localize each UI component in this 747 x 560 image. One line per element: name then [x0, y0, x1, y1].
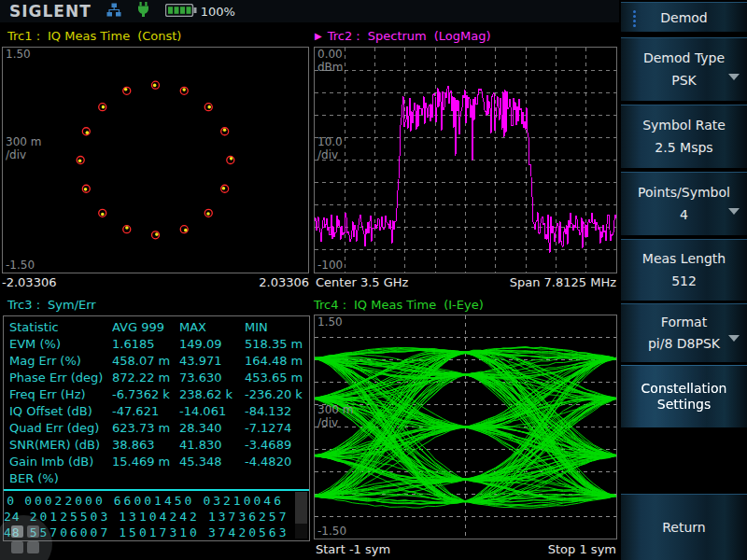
- button-demod-type[interactable]: Demod Type PSK: [621, 37, 747, 101]
- status-bar: SIGLENT: [0, 0, 619, 22]
- button-label: Constellation Settings: [632, 381, 737, 413]
- stat-cell: 1.6185: [112, 337, 179, 351]
- siglent-logo: SIGLENT: [9, 2, 92, 21]
- table-row: IQ Offset (dB)-47.621-14.061-84.132: [9, 402, 305, 419]
- trc1-id: Trc1 :: [7, 29, 40, 43]
- stat-cell: -7.1274: [245, 421, 305, 435]
- button-points-per-symbol[interactable]: Points/Symbol 4: [621, 172, 747, 235]
- lan-network-icon: [106, 3, 121, 21]
- trc4-ydivunit-label: /div: [317, 417, 338, 429]
- stat-cell: -3.4689: [245, 438, 305, 452]
- button-label: Points/Symbol: [638, 185, 730, 201]
- table-row: StatisticAVG 999MAXMIN: [9, 318, 305, 335]
- table-row: BER (%): [9, 469, 305, 486]
- stat-cell: 453.65 m: [245, 371, 305, 385]
- span-label: Span 7.8125 MHz: [510, 275, 616, 290]
- trc2-spectrum-plot: 0.00 dBm 10.0 /div -100: [314, 47, 617, 273]
- button-meas-length[interactable]: Meas Length 512: [621, 239, 747, 301]
- stat-cell: 41.830: [179, 438, 245, 452]
- stat-cell: 73.630: [179, 371, 245, 385]
- stat-cell: Mag Err (%): [9, 354, 112, 368]
- menu-title: Demod: [660, 10, 707, 25]
- nav-grid-icon: [11, 541, 23, 553]
- trc4-xaxis: Start -1 sym Stop 1 sym: [316, 542, 616, 557]
- stat-cell: BER (%): [9, 471, 112, 485]
- button-return[interactable]: Return: [621, 494, 747, 560]
- error-statistics-table: StatisticAVG 999MAXMINEVM (%)1.6185149.0…: [9, 318, 305, 486]
- table-row: Gain Imb (dB)15.469 m45.348-4.4820: [9, 453, 305, 469]
- center-frequency-label: Center 3.5 GHz: [316, 275, 408, 290]
- battery-percent: 100%: [201, 5, 235, 19]
- table-row: SNR(MER) (dB)38.86341.830-3.4689: [9, 436, 305, 453]
- button-label: Meas Length: [642, 251, 726, 267]
- menu-header-demod[interactable]: Demod: [621, 2, 747, 32]
- sidebar-menu: Demod Demod Type PSK Symbol Rate 2.5 Msp…: [619, 0, 747, 560]
- table-row: Phase Err (deg)872.22 m73.630453.65 m: [9, 369, 305, 385]
- scrollbar-thumb[interactable]: [295, 492, 307, 524]
- button-symbol-rate[interactable]: Symbol Rate 2.5 Msps: [621, 105, 747, 168]
- stat-cell: 149.09: [179, 337, 245, 351]
- trc2-mode: (LogMag): [434, 29, 491, 43]
- trc4-id: Trc4 :: [314, 298, 346, 312]
- stat-cell: 164.48 m: [245, 354, 305, 368]
- stat-cell: 623.73 m: [112, 421, 179, 435]
- stat-cell: IQ Offset (dB): [9, 404, 112, 418]
- table-divider: [4, 489, 309, 491]
- trc1-xaxis: -2.03306 2.03306: [2, 275, 309, 290]
- nav-grid-icon: [27, 541, 39, 553]
- symbol-table-scrollbar[interactable]: [295, 492, 307, 539]
- trc2-xaxis: Center 3.5 GHz Span 7.8125 MHz: [316, 275, 616, 290]
- battery-icon: [165, 3, 197, 21]
- nav-grid-icon: [27, 525, 39, 538]
- dropdown-arrow-icon: [728, 74, 740, 80]
- stat-cell: 38.863: [112, 438, 179, 452]
- trc1-title[interactable]: Trc1 : IQ Meas Time (Const): [7, 28, 181, 43]
- stat-cell: Gain Imb (dB): [9, 455, 112, 469]
- stat-cell: 872.22 m: [112, 371, 179, 385]
- trc2-id: Trc2 :: [328, 29, 360, 43]
- trc1-ytop-label: 1.50: [6, 49, 31, 61]
- trc3-id: Trc3 :: [7, 298, 40, 312]
- symbol-row: 24201255031310424213736257: [4, 509, 292, 525]
- stat-cell: AVG 999: [112, 320, 179, 334]
- trc3-symerr-table: StatisticAVG 999MAXMINEVM (%)1.6185149.0…: [3, 315, 310, 541]
- button-constellation-settings[interactable]: Constellation Settings: [621, 365, 747, 427]
- stat-cell: MAX: [179, 320, 245, 334]
- stat-cell: 43.971: [179, 354, 245, 368]
- trc1-mode: (Const): [137, 29, 181, 43]
- analyzer-screen: SIGLENT: [0, 0, 747, 560]
- trc3-title[interactable]: Trc3 : Sym/Err: [7, 297, 96, 312]
- menu-dots-icon: [633, 10, 636, 27]
- stat-cell: -236.20 k: [245, 387, 305, 401]
- nav-grid-icon: [11, 525, 23, 538]
- trc1-ybottom-label: -1.50: [6, 259, 35, 272]
- button-value: PSK: [671, 73, 697, 89]
- table-row: EVM (%)1.6185149.09518.35 m: [9, 335, 305, 352]
- trc1-ydiv-label: 300 m: [6, 136, 41, 148]
- trc2-name: Spectrum: [368, 29, 427, 43]
- table-row: Freq Err (Hz)-6.7362 k238.62 k-236.20 k: [9, 385, 305, 402]
- stat-cell: Freq Err (Hz): [9, 387, 112, 401]
- table-row: Mag Err (%)458.07 m43.971164.48 m: [9, 352, 305, 369]
- stat-cell: SNR(MER) (dB): [9, 438, 112, 452]
- trc1-xright-label: 2.03306: [259, 275, 309, 290]
- stat-cell: -4.4820: [245, 455, 305, 469]
- button-value: pi/8 D8PSK: [648, 336, 720, 352]
- trc1-constellation-plot: 1.50 300 m /div -1.50: [2, 47, 309, 273]
- trc4-ybottom-label: -1.50: [317, 525, 346, 538]
- stat-cell: 238.62 k: [179, 387, 245, 401]
- button-value: 2.5 Msps: [655, 140, 712, 156]
- trc4-ytop-label: 1.50: [317, 316, 343, 329]
- stat-cell: Quad Err (deg): [9, 421, 112, 435]
- stat-cell: -47.621: [112, 404, 179, 418]
- trc2-ybottom-label: -100: [317, 259, 343, 272]
- button-label: Return: [662, 520, 705, 536]
- trc4-ydiv-label: 300 m: [317, 404, 353, 416]
- trc2-title[interactable]: ▶ Trc2 : Spectrum (LogMag): [315, 28, 491, 43]
- stat-cell: EVM (%): [9, 337, 112, 351]
- button-format[interactable]: Format pi/8 D8PSK: [621, 303, 747, 362]
- trc4-title[interactable]: Trc4 : IQ Meas Time (I-Eye): [314, 297, 484, 312]
- trc2-ydiv-label: 10.0: [317, 136, 343, 148]
- stat-cell: -6.7362 k: [112, 387, 179, 401]
- stat-cell: -84.132: [245, 404, 305, 418]
